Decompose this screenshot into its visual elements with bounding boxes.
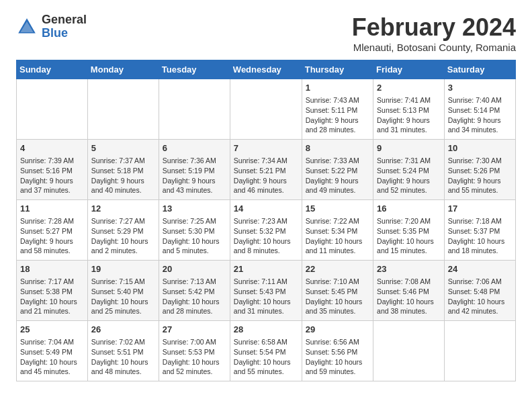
calendar-cell: 12Sunrise: 7:27 AMSunset: 5:29 PMDayligh…	[87, 200, 159, 261]
day-info: Sunset: 5:27 PM	[20, 226, 84, 236]
day-info: Sunset: 5:22 PM	[306, 166, 369, 176]
day-info: Sunrise: 7:34 AM	[234, 156, 298, 166]
day-info: Daylight: 10 hours and 18 minutes.	[448, 236, 512, 256]
calendar-cell: 17Sunrise: 7:18 AMSunset: 5:37 PMDayligh…	[444, 200, 515, 261]
day-number: 21	[234, 263, 298, 275]
day-info: Daylight: 9 hours and 40 minutes.	[91, 176, 155, 195]
calendar-cell: 15Sunrise: 7:22 AMSunset: 5:34 PMDayligh…	[302, 200, 373, 261]
day-number: 7	[234, 142, 298, 154]
day-info: Sunset: 5:14 PM	[448, 105, 512, 116]
day-info: Sunset: 5:45 PM	[306, 287, 369, 297]
calendar-cell: 20Sunrise: 7:13 AMSunset: 5:42 PMDayligh…	[159, 261, 230, 321]
calendar-cell: 1Sunrise: 7:43 AMSunset: 5:11 PMDaylight…	[302, 79, 373, 140]
day-info: Sunset: 5:30 PM	[163, 226, 226, 236]
header-wednesday: Wednesday	[230, 60, 302, 79]
calendar-cell: 19Sunrise: 7:15 AMSunset: 5:40 PMDayligh…	[87, 261, 159, 321]
day-info: Sunset: 5:37 PM	[448, 226, 512, 236]
week-row-1: 1Sunrise: 7:43 AMSunset: 5:11 PMDaylight…	[17, 79, 516, 140]
day-number: 29	[306, 324, 369, 336]
calendar-cell: 2Sunrise: 7:41 AMSunset: 5:13 PMDaylight…	[373, 79, 445, 140]
calendar-cell: 3Sunrise: 7:40 AMSunset: 5:14 PMDaylight…	[444, 79, 515, 140]
header-monday: Monday	[87, 60, 159, 79]
day-info: Daylight: 9 hours and 43 minutes.	[163, 176, 226, 195]
day-number: 17	[448, 203, 512, 215]
day-number: 27	[163, 324, 226, 336]
day-info: Sunset: 5:40 PM	[91, 287, 155, 297]
calendar-cell	[444, 321, 515, 381]
day-info: Sunrise: 7:27 AM	[91, 216, 155, 226]
logo-icon	[16, 16, 38, 38]
day-number: 15	[306, 203, 369, 215]
day-info: Sunset: 5:42 PM	[163, 287, 226, 297]
day-info: Sunset: 5:13 PM	[377, 105, 441, 116]
calendar-cell	[87, 79, 159, 140]
calendar-cell: 4Sunrise: 7:39 AMSunset: 5:16 PMDaylight…	[17, 140, 88, 200]
day-number: 13	[163, 203, 226, 215]
calendar-cell	[159, 79, 230, 140]
calendar-cell: 16Sunrise: 7:20 AMSunset: 5:35 PMDayligh…	[373, 200, 445, 261]
day-number: 5	[91, 142, 155, 154]
calendar-table: SundayMondayTuesdayWednesdayThursdayFrid…	[16, 60, 516, 381]
day-number: 28	[234, 324, 298, 336]
title-block: February 2024 Mlenauti, Botosani County,…	[352, 13, 516, 53]
day-info: Sunrise: 7:37 AM	[91, 156, 155, 166]
day-info: Daylight: 10 hours and 11 minutes.	[306, 236, 369, 256]
day-info: Sunrise: 7:15 AM	[91, 277, 155, 287]
day-info: Sunset: 5:54 PM	[234, 347, 298, 357]
day-info: Sunrise: 7:30 AM	[448, 156, 512, 166]
calendar-cell	[373, 321, 445, 381]
day-number: 1	[306, 82, 369, 94]
calendar-cell: 10Sunrise: 7:30 AMSunset: 5:26 PMDayligh…	[444, 140, 515, 200]
day-info: Daylight: 10 hours and 8 minutes.	[234, 236, 298, 256]
day-number: 25	[20, 324, 84, 336]
day-info: Daylight: 10 hours and 59 minutes.	[306, 357, 369, 377]
day-number: 12	[91, 203, 155, 215]
day-info: Sunset: 5:32 PM	[234, 226, 298, 236]
logo: General Blue	[16, 13, 87, 40]
calendar-cell: 14Sunrise: 7:23 AMSunset: 5:32 PMDayligh…	[230, 200, 302, 261]
header-thursday: Thursday	[302, 60, 373, 79]
day-info: Sunrise: 7:00 AM	[163, 337, 226, 347]
calendar-cell: 7Sunrise: 7:34 AMSunset: 5:21 PMDaylight…	[230, 140, 302, 200]
day-info: Sunrise: 7:20 AM	[377, 216, 441, 226]
location-text: Mlenauti, Botosani County, Romania	[352, 42, 516, 53]
day-info: Sunset: 5:51 PM	[91, 347, 155, 357]
week-row-3: 11Sunrise: 7:28 AMSunset: 5:27 PMDayligh…	[17, 200, 516, 261]
day-info: Sunrise: 7:33 AM	[306, 156, 369, 166]
calendar-cell	[17, 79, 88, 140]
day-info: Daylight: 9 hours and 58 minutes.	[20, 236, 84, 256]
calendar-cell: 29Sunrise: 6:56 AMSunset: 5:56 PMDayligh…	[302, 321, 373, 381]
header-tuesday: Tuesday	[159, 60, 230, 79]
page-header: General Blue February 2024 Mlenauti, Bot…	[16, 13, 516, 53]
week-row-5: 25Sunrise: 7:04 AMSunset: 5:49 PMDayligh…	[17, 321, 516, 381]
week-row-2: 4Sunrise: 7:39 AMSunset: 5:16 PMDaylight…	[17, 140, 516, 200]
day-info: Sunrise: 6:56 AM	[306, 337, 369, 347]
day-number: 20	[163, 263, 226, 275]
day-number: 24	[448, 263, 512, 275]
calendar-cell: 5Sunrise: 7:37 AMSunset: 5:18 PMDaylight…	[87, 140, 159, 200]
day-info: Sunset: 5:43 PM	[234, 287, 298, 297]
month-title: February 2024	[352, 13, 516, 42]
day-number: 11	[20, 203, 84, 215]
day-number: 6	[163, 142, 226, 154]
header-sunday: Sunday	[17, 60, 88, 79]
calendar-cell: 23Sunrise: 7:08 AMSunset: 5:46 PMDayligh…	[373, 261, 445, 321]
day-info: Sunset: 5:18 PM	[91, 166, 155, 176]
day-number: 8	[306, 142, 369, 154]
day-info: Sunrise: 7:23 AM	[234, 216, 298, 226]
day-info: Sunrise: 7:18 AM	[448, 216, 512, 226]
day-info: Sunset: 5:26 PM	[448, 166, 512, 176]
day-info: Sunset: 5:53 PM	[163, 347, 226, 357]
day-info: Daylight: 10 hours and 42 minutes.	[448, 297, 512, 316]
day-info: Daylight: 10 hours and 38 minutes.	[377, 297, 441, 316]
day-number: 3	[448, 82, 512, 94]
day-info: Sunrise: 7:06 AM	[448, 277, 512, 287]
day-number: 23	[377, 263, 441, 275]
day-number: 10	[448, 142, 512, 154]
day-number: 22	[306, 263, 369, 275]
calendar-cell: 21Sunrise: 7:11 AMSunset: 5:43 PMDayligh…	[230, 261, 302, 321]
calendar-cell: 9Sunrise: 7:31 AMSunset: 5:24 PMDaylight…	[373, 140, 445, 200]
calendar-cell: 6Sunrise: 7:36 AMSunset: 5:19 PMDaylight…	[159, 140, 230, 200]
day-info: Daylight: 10 hours and 5 minutes.	[163, 236, 226, 256]
day-info: Daylight: 10 hours and 45 minutes.	[20, 357, 84, 377]
